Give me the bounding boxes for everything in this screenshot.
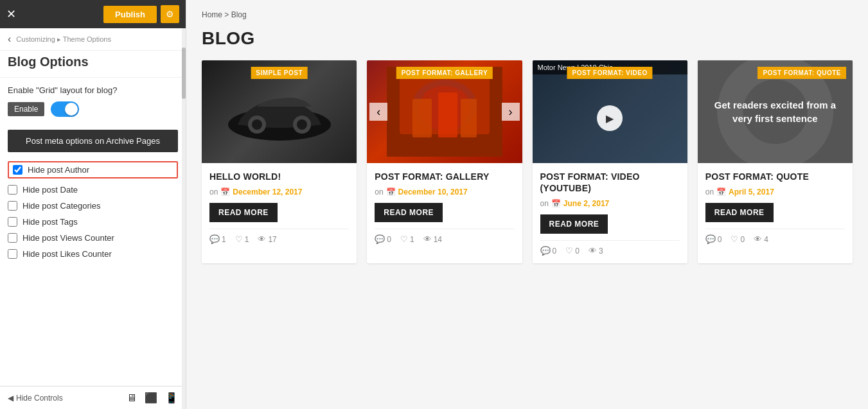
stat-item-3-2: 👁4 bbox=[754, 234, 768, 244]
toggle-row: Enable bbox=[8, 101, 178, 117]
read-more-button-1[interactable]: READ MORE bbox=[375, 203, 443, 222]
date-prefix-0: on bbox=[209, 187, 218, 196]
post-stats-3: 💬0♡0👁4 bbox=[705, 229, 845, 244]
blog-title: BLOG bbox=[202, 28, 853, 49]
stat-icon-1-0: 💬 bbox=[375, 234, 385, 244]
post-body-1: POST FORMAT: GALLERYon 📅 December 10, 20… bbox=[367, 163, 522, 252]
stat-icon-0-1: ♡ bbox=[235, 234, 243, 244]
breadcrumb: Home > Blog bbox=[202, 10, 853, 19]
left-panel: ✕ Publish ⚙ ‹ Customizing ▸ Theme Option… bbox=[0, 0, 186, 409]
post-date-row-0: on 📅 December 12, 2017 bbox=[209, 187, 349, 196]
stat-icon-2-1: ♡ bbox=[565, 246, 573, 256]
checkbox-label-1: Hide post Date bbox=[22, 185, 78, 195]
post-date-1[interactable]: December 10, 2017 bbox=[398, 187, 468, 196]
post-title-3: POST FORMAT: QUOTE bbox=[705, 171, 845, 182]
stat-value-0-1: 1 bbox=[245, 235, 249, 244]
post-badge-3: POST FORMAT: QUOTE bbox=[757, 67, 846, 79]
scrollbar-track[interactable] bbox=[182, 28, 186, 409]
read-more-button-2[interactable]: READ MORE bbox=[540, 214, 608, 234]
stat-item-3-1: ♡0 bbox=[731, 234, 745, 244]
grid-toggle[interactable] bbox=[51, 101, 79, 117]
checkbox-label-2: Hide post Categories bbox=[22, 201, 100, 211]
stat-icon-1-1: ♡ bbox=[400, 234, 408, 244]
hide-controls-icon: ◀ bbox=[8, 394, 13, 403]
stat-icon-1-2: 👁 bbox=[423, 234, 432, 244]
post-card-3: Get readers excited from a very first se… bbox=[698, 60, 853, 263]
nav-bar: ‹ Customizing ▸ Theme Options bbox=[0, 28, 186, 51]
post-date-row-2: on 📅 June 2, 2017 bbox=[540, 199, 680, 208]
post-date-0[interactable]: December 12, 2017 bbox=[233, 187, 302, 196]
checkboxes-container: Hide post AuthorHide post DateHide post … bbox=[8, 161, 178, 259]
post-date-row-3: on 📅 April 5, 2017 bbox=[705, 187, 845, 196]
post-badge-1: POST FORMAT: GALLERY bbox=[396, 67, 493, 79]
post-badge-0: SIMPLE POST bbox=[251, 67, 308, 79]
read-more-button-0[interactable]: READ MORE bbox=[209, 203, 278, 222]
checkbox-item-3: Hide post Tags bbox=[8, 217, 178, 227]
stat-value-1-0: 0 bbox=[387, 235, 391, 244]
post-image-0: SIMPLE POST bbox=[202, 60, 357, 163]
checkbox-input-4[interactable] bbox=[8, 233, 17, 243]
post-date-row-1: on 📅 December 10, 2017 bbox=[375, 187, 514, 196]
gear-button[interactable]: ⚙ bbox=[161, 5, 179, 23]
stat-value-2-0: 0 bbox=[553, 247, 557, 256]
close-button[interactable]: ✕ bbox=[6, 8, 16, 20]
back-button[interactable]: ‹ bbox=[8, 33, 11, 45]
stat-item-1-2: 👁14 bbox=[423, 234, 442, 244]
checkbox-item-0: Hide post Author bbox=[8, 161, 178, 178]
checkbox-item-5: Hide post Likes Counter bbox=[8, 249, 178, 259]
hide-controls-button[interactable]: ◀ Hide Controls bbox=[8, 394, 63, 403]
gallery-next-1[interactable]: › bbox=[502, 103, 520, 121]
stat-value-3-1: 0 bbox=[740, 235, 745, 244]
checkbox-input-2[interactable] bbox=[8, 201, 17, 211]
post-stats-0: 💬1♡1👁17 bbox=[209, 229, 349, 244]
stat-item-0-1: ♡1 bbox=[235, 234, 249, 244]
post-title-2: POST FORMAT: VIDEO (YOUTUBE) bbox=[540, 171, 680, 194]
post-card-1: ‹›POST FORMAT: GALLERYPOST FORMAT: GALLE… bbox=[367, 60, 522, 263]
calendar-icon-0: 📅 bbox=[220, 187, 230, 196]
device-icons: 🖥 ⬛ 📱 bbox=[127, 392, 178, 404]
top-bar: ✕ Publish ⚙ bbox=[0, 0, 186, 28]
post-stats-1: 💬0♡1👁14 bbox=[375, 229, 514, 244]
hide-controls-label: Hide Controls bbox=[16, 394, 63, 403]
publish-button[interactable]: Publish bbox=[103, 6, 157, 23]
checkbox-input-5[interactable] bbox=[8, 249, 17, 259]
calendar-icon-3: 📅 bbox=[716, 187, 726, 196]
stat-item-0-0: 💬1 bbox=[209, 234, 226, 244]
post-date-2[interactable]: June 2, 2017 bbox=[563, 199, 609, 208]
panel-title: Blog Options bbox=[0, 51, 186, 78]
checkbox-input-0[interactable] bbox=[13, 165, 22, 175]
stat-value-3-0: 0 bbox=[718, 235, 722, 244]
stat-icon-2-0: 💬 bbox=[540, 246, 551, 256]
main-content: Home > Blog BLOG SIMPLE POSTHELLO WORLD!… bbox=[186, 0, 868, 409]
enable-label: Enable bbox=[8, 102, 44, 116]
stat-item-2-2: 👁3 bbox=[589, 246, 603, 256]
scrollbar-thumb[interactable] bbox=[182, 48, 186, 99]
play-button[interactable]: ▶ bbox=[597, 105, 623, 131]
checkbox-item-1: Hide post Date bbox=[8, 185, 178, 195]
read-more-button-3[interactable]: READ MORE bbox=[705, 203, 774, 222]
stat-icon-3-2: 👁 bbox=[754, 234, 762, 244]
post-image-2: Motor News | 2018 Chic... ▶POST FORMAT: … bbox=[533, 60, 687, 163]
breadcrumb-text: Customizing ▸ Theme Options bbox=[16, 35, 111, 44]
post-body-0: HELLO WORLD!on 📅 December 12, 2017READ M… bbox=[202, 163, 357, 252]
stat-icon-2-2: 👁 bbox=[589, 246, 597, 256]
stat-icon-0-2: 👁 bbox=[258, 234, 266, 244]
svg-point-2 bbox=[252, 119, 262, 130]
post-date-3[interactable]: April 5, 2017 bbox=[729, 187, 774, 196]
svg-rect-9 bbox=[438, 92, 457, 137]
archive-btn[interactable]: Post meta options on Archive Pages bbox=[8, 130, 178, 152]
gallery-prev-1[interactable]: ‹ bbox=[369, 103, 387, 121]
mobile-icon[interactable]: 📱 bbox=[165, 392, 178, 404]
post-body-3: POST FORMAT: QUOTEon 📅 April 5, 2017READ… bbox=[698, 163, 853, 252]
tablet-icon[interactable]: ⬛ bbox=[145, 392, 157, 404]
desktop-icon[interactable]: 🖥 bbox=[127, 392, 137, 404]
stat-item-3-0: 💬0 bbox=[705, 234, 722, 244]
checkbox-input-1[interactable] bbox=[8, 185, 17, 195]
checkbox-input-3[interactable] bbox=[8, 217, 17, 227]
checkbox-label-4: Hide post Views Counter bbox=[22, 233, 114, 243]
stat-icon-3-1: ♡ bbox=[731, 234, 738, 244]
stat-item-2-1: ♡0 bbox=[565, 246, 580, 256]
bottom-bar: ◀ Hide Controls 🖥 ⬛ 📱 bbox=[0, 386, 186, 409]
checkbox-label-0: Hide post Author bbox=[28, 165, 89, 175]
stat-value-0-2: 17 bbox=[268, 235, 276, 244]
